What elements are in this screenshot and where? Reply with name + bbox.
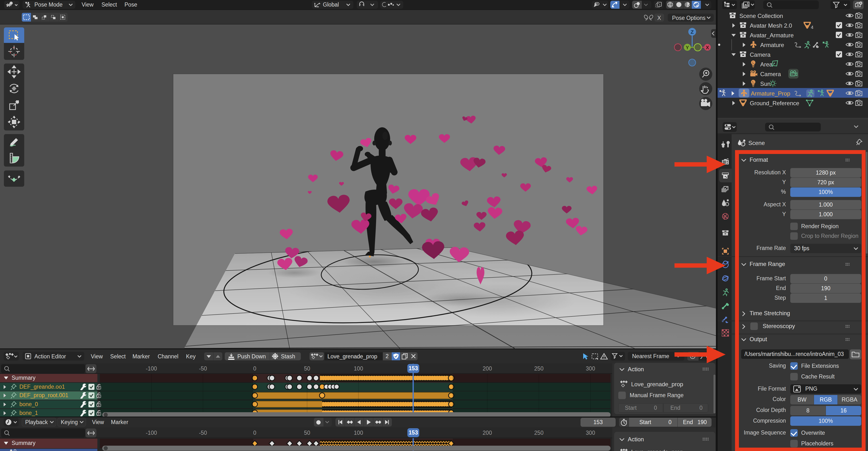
- svg-text:Y: Y: [686, 45, 689, 50]
- svg-text:X: X: [706, 45, 709, 50]
- svg-text:Z: Z: [691, 29, 694, 35]
